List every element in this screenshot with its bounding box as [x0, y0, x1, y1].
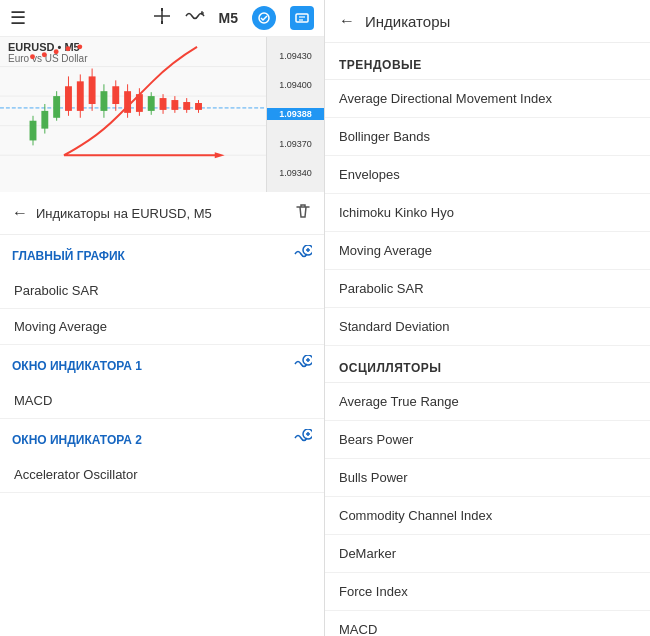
add-func-window2-btn[interactable] — [290, 429, 312, 451]
chart-canvas: EURUSD • M5 Euro vs US Dollar — [0, 37, 324, 192]
svg-point-47 — [42, 52, 47, 57]
delete-icon[interactable] — [294, 202, 312, 224]
section-title-main: ГЛАВНЫЙ ГРАФИК — [12, 249, 125, 263]
candle-chart-svg — [0, 37, 266, 190]
indicator-parabolic-sar[interactable]: Parabolic SAR — [0, 273, 324, 309]
price-3: 1.09370 — [267, 138, 324, 150]
price-current: 1.09388 — [267, 108, 324, 120]
section-title-window2: ОКНО ИНДИКАТОРА 2 — [12, 433, 142, 447]
right-item-ichimoku[interactable]: Ichimoku Kinko Hyo — [325, 194, 650, 232]
section-header-main: ГЛАВНЫЙ ГРАФИК — [0, 235, 324, 273]
hamburger-icon[interactable]: ☰ — [10, 7, 26, 29]
left-panel: ☰ M5 — [0, 0, 325, 636]
indicator-moving-average-main[interactable]: Moving Average — [0, 309, 324, 345]
panel-header-left: ← Индикаторы на EURUSD, M5 — [12, 204, 212, 222]
panel-title: Индикаторы на EURUSD, M5 — [36, 206, 212, 221]
chart-header: ☰ M5 — [0, 0, 324, 37]
crosshair-icon[interactable] — [153, 7, 171, 29]
right-item-atr[interactable]: Average True Range — [325, 383, 650, 421]
right-item-bears-power[interactable]: Bears Power — [325, 421, 650, 459]
right-item-parabolic-sar[interactable]: Parabolic SAR — [325, 270, 650, 308]
price-labels: 1.09430 1.09400 1.09388 1.09370 1.09340 — [266, 37, 324, 192]
price-4: 1.09340 — [267, 167, 324, 179]
add-func-window1-btn[interactable] — [290, 355, 312, 377]
price-2: 1.09400 — [267, 79, 324, 91]
right-item-admi[interactable]: Average Directional Movement Index — [325, 80, 650, 118]
timeframe-label[interactable]: M5 — [219, 10, 238, 26]
right-item-bollinger[interactable]: Bollinger Bands — [325, 118, 650, 156]
svg-marker-45 — [215, 152, 225, 158]
right-item-macd[interactable]: MACD — [325, 611, 650, 636]
panel-back-arrow[interactable]: ← — [12, 204, 28, 222]
section-header-window2: ОКНО ИНДИКАТОРА 2 — [0, 419, 324, 457]
right-section-oscillators-title: ОСЦИЛЛЯТОРЫ — [339, 361, 441, 375]
chart-tools: M5 — [153, 6, 314, 30]
price-1: 1.09430 — [267, 50, 324, 62]
indicator-macd[interactable]: MACD — [0, 383, 324, 419]
wave-icon[interactable] — [185, 9, 205, 27]
right-item-moving-average[interactable]: Moving Average — [325, 232, 650, 270]
right-header-title: Индикаторы — [365, 13, 450, 30]
chart-rect-icon[interactable] — [290, 6, 314, 30]
right-back-arrow[interactable]: ← — [339, 12, 355, 30]
section-title-window1: ОКНО ИНДИКАТОРА 1 — [12, 359, 142, 373]
panel-header: ← Индикаторы на EURUSD, M5 — [0, 192, 324, 235]
right-section-trend-title: ТРЕНДОВЫЕ — [339, 58, 422, 72]
svg-rect-7 — [296, 14, 308, 22]
section-header-window1: ОКНО ИНДИКАТОРА 1 — [0, 345, 324, 383]
right-item-demarker[interactable]: DeMarker — [325, 535, 650, 573]
right-item-std-deviation[interactable]: Standard Deviation — [325, 308, 650, 346]
chart-circle-icon[interactable] — [252, 6, 276, 30]
right-section-oscillators: ОСЦИЛЛЯТОРЫ — [325, 346, 650, 383]
svg-point-46 — [30, 54, 35, 59]
add-func-main-btn[interactable] — [290, 245, 312, 267]
svg-point-49 — [66, 46, 71, 51]
indicators-panel: ← Индикаторы на EURUSD, M5 ГЛАВНЫЙ ГРАФИ… — [0, 192, 324, 636]
indicator-accelerator-oscillator[interactable]: Accelerator Oscillator — [0, 457, 324, 493]
right-item-force-index[interactable]: Force Index — [325, 573, 650, 611]
right-section-trend: ТРЕНДОВЫЕ — [325, 43, 650, 80]
svg-point-48 — [54, 49, 59, 54]
right-panel: ← Индикаторы ТРЕНДОВЫЕ Average Direction… — [325, 0, 650, 636]
right-header: ← Индикаторы — [325, 0, 650, 43]
right-item-cci[interactable]: Commodity Channel Index — [325, 497, 650, 535]
right-item-bulls-power[interactable]: Bulls Power — [325, 459, 650, 497]
right-item-envelopes[interactable]: Envelopes — [325, 156, 650, 194]
svg-point-50 — [77, 44, 82, 49]
